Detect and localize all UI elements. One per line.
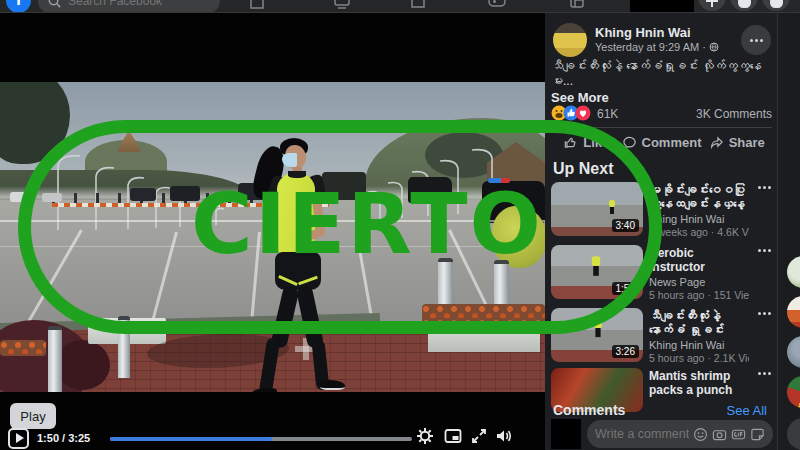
- emoji-icon[interactable]: [693, 427, 708, 442]
- time-display: 1:50 / 3:25: [37, 432, 90, 444]
- facebook-logo-icon[interactable]: f: [6, 0, 31, 13]
- contacts-rail: [777, 13, 800, 450]
- video-title[interactable]: သီချင်းတီးလုံးနဲ့ နောက်ခံ ရှုခင်း လိုက်ဖ…: [649, 309, 747, 337]
- scene-car: [170, 186, 200, 201]
- camera-icon[interactable]: [712, 427, 727, 442]
- video-channel[interactable]: News Page: [649, 276, 747, 288]
- video-meta: 5 hours ago · 151 Views: [649, 289, 749, 301]
- marketplace-icon[interactable]: [408, 0, 428, 11]
- scene-car: [130, 188, 156, 201]
- plus-icon: [706, 0, 718, 7]
- play-icon: [16, 433, 24, 443]
- video-thumbnail[interactable]: 1:50: [551, 245, 643, 299]
- video-title[interactable]: Mantis shrimp packs a punch: [649, 369, 747, 397]
- like-label: Like: [583, 135, 609, 150]
- like-button[interactable]: Like: [551, 129, 622, 155]
- share-button[interactable]: Share: [701, 129, 772, 155]
- video-duration-badge: 1:50: [612, 282, 639, 295]
- person-vest: [277, 173, 315, 255]
- contact-avatar[interactable]: [787, 336, 800, 368]
- reactions-row: 61K 3K Comments: [551, 105, 772, 123]
- gaming-icon[interactable]: [487, 0, 507, 11]
- sticker-icon[interactable]: [750, 427, 765, 442]
- comment-input[interactable]: [595, 427, 689, 441]
- reaction-count[interactable]: 61K: [597, 107, 618, 121]
- notifications-button[interactable]: [762, 0, 790, 11]
- scene-car: [10, 192, 34, 202]
- search-input[interactable]: [68, 0, 208, 8]
- redacted-account-name: [630, 0, 694, 13]
- scene-car: [42, 193, 62, 202]
- contacts-more-button[interactable]: [787, 418, 800, 450]
- fullscreen-icon[interactable]: [470, 427, 488, 445]
- pages-icon[interactable]: [567, 0, 587, 11]
- video-options-button[interactable]: [758, 186, 771, 189]
- thumbnail-figure: [594, 319, 602, 337]
- comment-icon: [622, 135, 637, 150]
- more-options-icon: [758, 249, 771, 252]
- comment-label: Comment: [642, 135, 702, 150]
- comments-heading: Comments: [553, 402, 625, 418]
- post-action-row: Like Comment Share: [551, 129, 772, 155]
- see-more-link[interactable]: See More: [551, 90, 609, 105]
- post-timestamp: Yesterday at 9:29 AM ·: [595, 41, 719, 53]
- video-sidebar: Khing Hnin Wai Yesterday at 9:29 AM · သီ…: [545, 13, 777, 450]
- video-title[interactable]: Aerobic Instructor Calmly Teaches Wh...: [649, 246, 747, 274]
- video-thumbnail[interactable]: 3:40: [551, 182, 643, 236]
- scene-bollard: [118, 316, 130, 378]
- contact-avatar[interactable]: [787, 376, 800, 408]
- video-channel[interactable]: Khing Hnin Wai: [649, 213, 747, 225]
- more-options-icon: [750, 39, 763, 42]
- create-button[interactable]: [698, 0, 726, 11]
- play-tooltip-label: Play: [20, 409, 45, 424]
- messenger-button[interactable]: [730, 0, 758, 11]
- up-next-heading: Up Next: [553, 160, 613, 178]
- see-all-link[interactable]: See All: [727, 403, 767, 418]
- picture-in-picture-icon[interactable]: [444, 427, 462, 445]
- post-timestamp-text: Yesterday at 9:29 AM ·: [595, 41, 706, 53]
- thumbnail-figure: [592, 256, 600, 276]
- video-meta: 4 weeks ago · 4.6K Views: [649, 226, 749, 238]
- post-text: သီချင်းတီးလုံးနဲ့ နောက်ခံရှုခင်း လိုက်ကွ…: [551, 59, 772, 89]
- video-meta: 5 hours ago · 2.1K Views: [649, 352, 749, 364]
- person-shoe: [320, 380, 345, 390]
- person-arm: [295, 229, 320, 241]
- person-collar: [288, 171, 306, 178]
- video-duration-badge: 3:26: [612, 345, 639, 358]
- scene-police-lightbar: [488, 178, 510, 183]
- contact-avatar[interactable]: [787, 256, 800, 288]
- home-icon[interactable]: [247, 0, 267, 11]
- scene-suv: [408, 177, 452, 203]
- video-options-button[interactable]: [758, 312, 771, 315]
- video-options-button[interactable]: [758, 249, 771, 252]
- video-title[interactable]: မခိုင်းချင်းဝေဝပြု ညနေထချင်းနယှနေ့မြ...: [649, 183, 747, 211]
- settings-gear-icon[interactable]: [416, 427, 434, 445]
- person-shoe: [252, 388, 277, 392]
- gif-icon[interactable]: [731, 427, 746, 442]
- watch-icon[interactable]: [332, 0, 352, 11]
- more-options-icon: [758, 372, 771, 375]
- video-thumbnail[interactable]: 3:26: [551, 308, 643, 362]
- contact-avatar[interactable]: [787, 296, 800, 328]
- play-button[interactable]: [8, 428, 29, 449]
- author-name[interactable]: Khing Hnin Wai: [595, 25, 691, 40]
- author-avatar[interactable]: [553, 23, 587, 57]
- progress-fill: [110, 437, 272, 441]
- volume-icon[interactable]: [495, 427, 513, 445]
- comment-button[interactable]: Comment: [622, 129, 702, 155]
- search-bar[interactable]: [38, 0, 220, 13]
- video-channel[interactable]: Khing Hnin Wai: [649, 339, 747, 351]
- globe-icon: [709, 42, 719, 52]
- progress-bar[interactable]: [110, 437, 412, 441]
- love-reaction-icon[interactable]: [575, 105, 591, 121]
- bell-icon: [770, 0, 783, 8]
- scene-orange-flowers: [422, 304, 545, 324]
- scene-bollard: [48, 326, 62, 392]
- video-options-button[interactable]: [758, 372, 771, 375]
- comment-input-box[interactable]: [587, 420, 773, 448]
- post-options-button[interactable]: [741, 25, 771, 55]
- video-duration-badge: 3:40: [612, 219, 639, 232]
- comment-count[interactable]: 3K Comments: [696, 107, 772, 121]
- share-icon: [709, 135, 724, 150]
- video-frame[interactable]: [0, 82, 545, 392]
